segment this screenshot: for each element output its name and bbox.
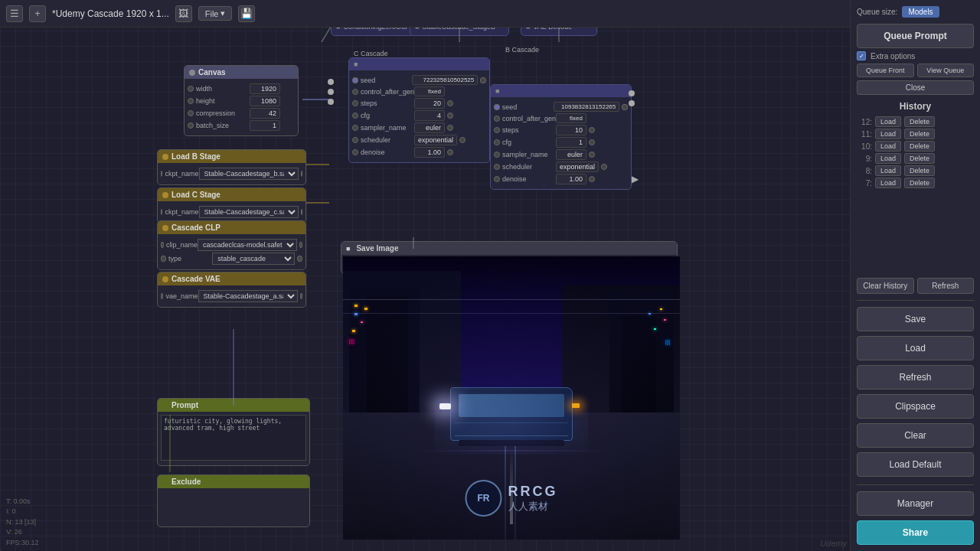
sampler-c-cascade-node: ■ seed 722325610502525 control_after_gen…	[348, 57, 490, 163]
history-load-12[interactable]: Load	[875, 116, 901, 127]
history-item-7: 7: Load Delete	[857, 178, 974, 188]
prompt-node: Prompt futuristic city, glowing lights, …	[157, 398, 310, 466]
svg-point-9	[328, 79, 334, 85]
cascade-clp-select[interactable]: cascadeclcas-model.safetensors	[198, 239, 297, 251]
svg-point-10	[328, 89, 334, 95]
refresh-button[interactable]: Refresh	[857, 365, 974, 390]
svg-line-0	[322, 27, 331, 42]
history-item-10: 10: Load Delete	[857, 141, 974, 152]
menu-icon[interactable]: ☰	[6, 5, 23, 22]
history-label: History	[857, 101, 974, 112]
load-b-stage-node: Load B Stage ckpt_name Stable-Cascadesta…	[157, 149, 306, 185]
history-delete-10[interactable]: Delete	[904, 141, 935, 152]
load-button[interactable]: Load	[857, 336, 974, 360]
c-stage-select[interactable]: Stable-Cascadestage_c.safetensors	[199, 206, 299, 218]
history-delete-9[interactable]: Delete	[904, 153, 935, 164]
cascade-vae-select[interactable]: Stable-Cascadestage_a.safetensors	[198, 290, 298, 302]
image-icon[interactable]: 🖼	[175, 5, 192, 22]
load-c-stage-node: Load C Stage ckpt_name Stable-Cascadesta…	[157, 187, 306, 223]
file-menu[interactable]: File ▾	[198, 6, 233, 21]
history-load-10[interactable]: Load	[875, 141, 901, 152]
history-item-8: 8: Load Delete	[857, 165, 974, 176]
cascade-clp-node: Cascade CLP clip_name cascadeclcas-model…	[157, 220, 306, 270]
udemy-watermark: Udemy	[820, 539, 847, 548]
b-cascade-label: B Cascade	[505, 46, 539, 54]
history-load-7[interactable]: Load	[875, 178, 901, 188]
history-refresh-button[interactable]: Refresh	[917, 278, 975, 294]
history-load-8[interactable]: Load	[875, 165, 901, 176]
history-delete-8[interactable]: Delete	[904, 165, 935, 176]
save-button[interactable]: Save	[857, 307, 974, 331]
b-stage-select[interactable]: Stable-Cascadestage_b.safetensors	[199, 168, 299, 180]
canvas-node: Canvas width 1920 height 1080 compressio…	[184, 65, 299, 136]
close-button[interactable]: Close	[857, 80, 974, 95]
history-delete-7[interactable]: Delete	[904, 178, 935, 188]
queue-front-button[interactable]: Queue Front	[857, 64, 914, 77]
cascade-clp-type-select[interactable]: stable_cascade	[212, 253, 295, 265]
sampler-b-cascade-node: ■ seed 1093832813152265 control_after_ge…	[490, 84, 632, 190]
extra-options-checkbox[interactable]: ✓	[857, 51, 866, 60]
svg-text:▶: ▶	[632, 174, 639, 184]
load-default-button[interactable]: Load Default	[857, 452, 974, 477]
models-button[interactable]: Models	[902, 6, 939, 18]
watermark: FR RRCG 人人素材	[466, 480, 558, 517]
generated-image: |||| ||||	[343, 256, 680, 540]
save-icon[interactable]: 💾	[238, 5, 255, 22]
right-panel: Queue size: Models Queue Prompt ✓ Extra …	[850, 0, 980, 551]
clear-history-button[interactable]: Clear History	[857, 278, 914, 294]
c-cascade-label: C Cascade	[354, 50, 388, 57]
queue-prompt-button[interactable]: Queue Prompt	[857, 24, 974, 48]
divider-2	[857, 484, 974, 485]
queue-size-label: Queue size:	[857, 8, 897, 16]
prompt-textarea[interactable]: futuristic city, glowing lights, advance…	[161, 415, 306, 461]
history-delete-12[interactable]: Delete	[904, 116, 935, 127]
history-item-11: 11: Load Delete	[857, 129, 974, 139]
clear-button[interactable]: Clear	[857, 423, 974, 448]
history-load-9[interactable]: Load	[875, 153, 901, 164]
history-item-9: 9: Load Delete	[857, 153, 974, 164]
history-load-11[interactable]: Load	[875, 129, 901, 139]
view-queue-button[interactable]: View Queue	[917, 64, 975, 77]
exclude-node: Exclude	[157, 474, 310, 527]
history-list: 12: Load Delete 11: Load Delete 10: Load…	[857, 116, 974, 275]
share-button[interactable]: Share	[857, 520, 974, 545]
extra-options-label: Extra options	[871, 52, 915, 60]
cascade-vae-node: Cascade VAE vae_name Stable-Cascadestage…	[157, 272, 306, 308]
clipspace-button[interactable]: Clipspace	[857, 394, 974, 419]
manager-button[interactable]: Manager	[857, 491, 974, 516]
status-bar: T: 0.00s I: 0 N: 13 [13] V: 26 FPS:30.12	[0, 494, 153, 552]
svg-point-11	[328, 99, 334, 105]
history-item-12: 12: Load Delete	[857, 116, 974, 127]
new-tab-icon[interactable]: +	[29, 5, 46, 22]
page-title: *Udemy Cascade 1920 x 1...	[52, 8, 169, 19]
divider-1	[857, 300, 974, 301]
history-delete-11[interactable]: Delete	[904, 129, 935, 139]
